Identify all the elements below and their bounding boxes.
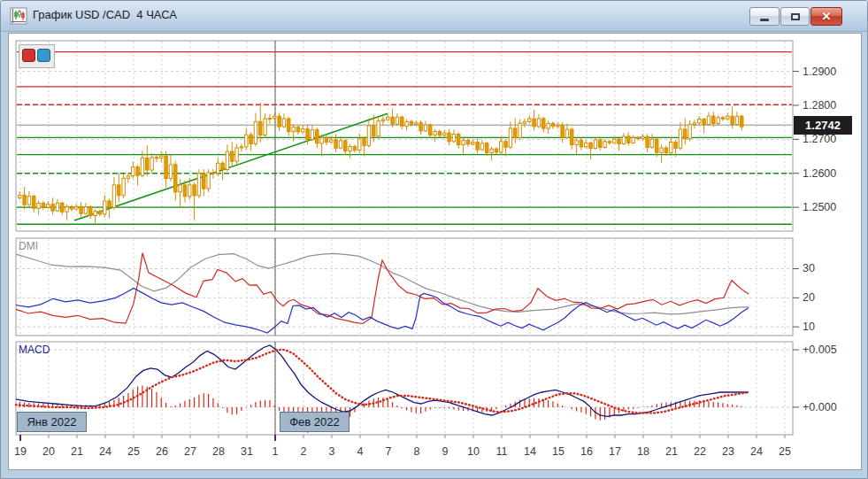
svg-text:28: 28 xyxy=(212,445,225,458)
svg-text:15: 15 xyxy=(552,445,565,458)
svg-text:21: 21 xyxy=(665,445,678,458)
svg-text:11: 11 xyxy=(496,445,508,458)
chart-canvas[interactable]: 1.29001.28001.27001.26001.2500302010+0.0… xyxy=(1,1,868,479)
svg-text:24: 24 xyxy=(99,445,111,458)
svg-text:10: 10 xyxy=(803,321,815,333)
svg-text:3: 3 xyxy=(329,445,335,458)
svg-text:1.2500: 1.2500 xyxy=(803,201,836,213)
svg-text:20: 20 xyxy=(803,291,815,304)
svg-text:27: 27 xyxy=(184,445,196,458)
svg-text:+0.000: +0.000 xyxy=(803,401,837,413)
svg-text:20: 20 xyxy=(42,445,55,458)
svg-text:25: 25 xyxy=(779,445,791,458)
month-badge-february: Фев 2022 xyxy=(280,412,350,432)
blue-square-button[interactable] xyxy=(37,49,50,62)
svg-text:1.2600: 1.2600 xyxy=(803,167,836,180)
chart-toolbar xyxy=(19,44,55,68)
svg-text:14: 14 xyxy=(524,445,536,458)
svg-text:1.2800: 1.2800 xyxy=(803,99,836,112)
dmi-axis: 302010 xyxy=(793,262,815,333)
svg-text:4: 4 xyxy=(357,445,364,458)
svg-text:1.2700: 1.2700 xyxy=(803,133,836,145)
svg-text:1: 1 xyxy=(273,445,279,458)
red-square-button[interactable] xyxy=(22,49,35,62)
month-badge-january: Янв 2022 xyxy=(17,412,87,432)
svg-text:9: 9 xyxy=(442,445,449,458)
svg-text:16: 16 xyxy=(580,445,593,458)
svg-text:10: 10 xyxy=(467,445,480,458)
svg-text:23: 23 xyxy=(722,445,734,458)
x-axis: 1920212425262728311234789101114151617182… xyxy=(14,435,791,458)
svg-text:25: 25 xyxy=(127,445,140,458)
svg-text:24: 24 xyxy=(750,445,763,458)
svg-text:22: 22 xyxy=(694,445,706,458)
price-axis: 1.29001.28001.27001.26001.2500 xyxy=(793,66,836,214)
svg-text:17: 17 xyxy=(609,445,621,458)
svg-text:19: 19 xyxy=(14,445,27,458)
panel-frames xyxy=(16,41,793,435)
svg-text:31: 31 xyxy=(241,445,253,458)
dmi-indicator-label: DMI xyxy=(19,240,38,252)
macd-axis: +0.005+0.000 xyxy=(793,344,837,413)
svg-text:1.2900: 1.2900 xyxy=(803,66,836,78)
svg-text:30: 30 xyxy=(803,262,815,274)
svg-text:18: 18 xyxy=(637,445,649,458)
svg-text:+0.005: +0.005 xyxy=(803,344,837,356)
svg-text:26: 26 xyxy=(156,445,168,458)
svg-text:8: 8 xyxy=(414,445,420,458)
macd-indicator-label: MACD xyxy=(19,344,50,356)
svg-text:7: 7 xyxy=(386,445,392,458)
current-price-badge: 1.2742 xyxy=(794,116,852,135)
app-window: График USD /CAD 4 ЧАСА ✕ 1.29001.28001.2… xyxy=(0,0,868,479)
svg-text:2: 2 xyxy=(301,445,307,458)
svg-text:21: 21 xyxy=(71,445,83,458)
